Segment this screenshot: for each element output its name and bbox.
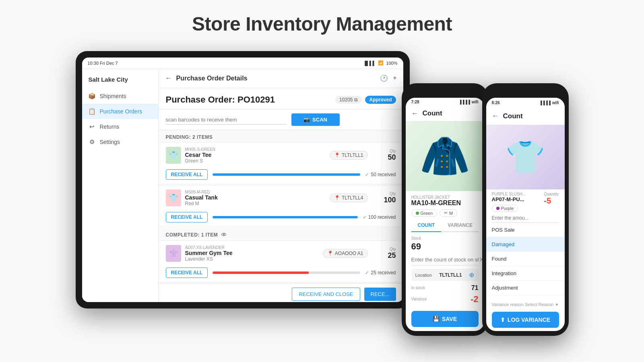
sidebar-label-settings: Settings — [100, 139, 120, 145]
item-card-casual-tank: 👕 MS09-M-RED Casual Tank Red M 📍 TLTLTLL… — [159, 185, 403, 227]
phone-left-status-icons: ▐▐▐▐ wifi — [458, 100, 478, 104]
count-in-stock-row: In stock 71 — [411, 284, 479, 292]
sidebar-item-shipments[interactable]: 📦 Shipments — [82, 88, 158, 104]
tablet-screen: 10:30 Fri Dec 7 ▐▌▌▌ 📶 100% Salt Lake Ci… — [82, 58, 403, 302]
phone-right-wifi: wifi — [552, 101, 559, 105]
save-button[interactable]: 💾 SAVE — [411, 311, 479, 327]
cesar-tee-sku: MH05-S-GREEN — [185, 147, 322, 152]
sidebar-label-shipments: Shipments — [100, 93, 126, 99]
copy-icon[interactable]: ⧉ — [354, 97, 358, 103]
summer-gym-tee-actions: RECEIVE ALL ✓ 25 received — [159, 266, 403, 282]
phone-right-product-tags: Purple — [492, 205, 526, 212]
variance-label: Variance — [411, 297, 427, 301]
devices-container: 10:30 Fri Dec 7 ▐▌▌▌ 📶 100% Salt Lake Ci… — [0, 51, 644, 336]
variance-reason-label: Variance reason — [492, 302, 524, 307]
phone-right-product-row: PURPLE SLUSH... AP07-M-PU... Purple Quan… — [486, 189, 565, 212]
scissors-icon: ✂ — [444, 210, 448, 216]
count-input-field[interactable] — [411, 257, 479, 263]
phone-right-qty-block: Quantity -5 — [544, 192, 559, 206]
phone-right-product-name: AP07-M-PU... — [492, 196, 526, 202]
casual-tank-variant: Red M — [185, 201, 322, 206]
back-button[interactable]: ← — [165, 74, 172, 82]
reason-pos-sale[interactable]: POS Sale — [486, 223, 565, 237]
sidebar-item-purchase-orders[interactable]: 📋 Purchase Orders — [82, 104, 158, 119]
check-icon-2: ✓ — [363, 214, 367, 220]
cesar-tee-actions: RECEIVE ALL ✓ 50 received — [159, 168, 403, 184]
po-badges: 10205 ⧉ Approved — [335, 96, 396, 104]
purchase-orders-icon: 📋 — [89, 108, 96, 115]
phone-left-count-fields: Stock 69 ✕ Location TLTLTLL1 ⊕ In stock … — [406, 232, 484, 309]
count-location-row: Location TLTLTLL1 ⊕ — [411, 269, 479, 281]
phone-left-product-tags: Green ✂ M — [411, 209, 479, 217]
variance-amount-input[interactable] — [492, 214, 559, 223]
scan-button[interactable]: 📷 SCAN — [291, 113, 340, 126]
phone-right-status-icons: ▐▐▐▐ wifi — [539, 101, 559, 105]
reason-integration[interactable]: Integration — [486, 266, 565, 281]
eye-icon[interactable]: 👁 — [221, 232, 227, 238]
scan-btn-icon: 📷 — [303, 117, 310, 123]
reason-variance-manual[interactable]: Variance recorded manually — [486, 295, 565, 299]
upload-icon: ⬆ — [500, 317, 505, 323]
phone-left-back-btn[interactable]: ← — [411, 109, 419, 118]
sidebar-item-settings[interactable]: ⚙ Settings — [82, 134, 158, 150]
phone-right-notch — [513, 88, 537, 96]
phone-right: 8:26 ▐▐▐▐ wifi ← Count 👕 PURPLE SLUSH...… — [482, 83, 569, 336]
item-card-summer-gym-tee: 👚 AD07-XS-LAVENDER Summer Gym Tee Lavend… — [159, 241, 403, 282]
casual-tank-location: 📍 TLTLTLL4 — [330, 193, 368, 202]
receive-all-cesar-tee-btn[interactable]: RECEIVE ALL — [166, 169, 208, 180]
phone-left-tabs: COUNT VARIANCE — [411, 219, 479, 232]
phone-left-product-name: MA10-M-GREEN — [411, 200, 479, 207]
phone-left: 7:28 ▐▐▐▐ wifi ← Count 🧥 HOLLISTER JACKE… — [402, 83, 488, 336]
phone-right-tag-purple: Purple — [492, 205, 518, 212]
phone-right-product-img: 👕 — [486, 125, 565, 189]
tab-variance[interactable]: VARIANCE — [441, 219, 479, 232]
receive-btn[interactable]: RECE... — [364, 288, 396, 301]
summer-gym-tee-progress-bar — [213, 272, 309, 274]
receive-all-casual-tank-btn[interactable]: RECEIVE ALL — [166, 212, 208, 222]
scan-input[interactable] — [166, 115, 287, 125]
reason-damaged[interactable]: Damaged — [486, 237, 565, 252]
log-variance-button[interactable]: ⬆ LOG VARIANCE — [492, 312, 559, 328]
phone-left-category: HOLLISTER JACKET — [411, 195, 479, 200]
location-pin-icon-2: 📍 — [334, 195, 340, 201]
tablet-status-right: ▐▌▌▌ 📶 100% — [363, 60, 397, 66]
phone-left-notch — [433, 88, 457, 96]
tablet-sidebar: Salt Lake City 📦 Shipments 📋 Purchase Or… — [82, 69, 159, 302]
phone-right-back-btn[interactable]: ← — [492, 112, 499, 120]
reason-adjustment[interactable]: Adjustment — [486, 281, 565, 295]
count-location-value: TLTLTLL1 — [439, 272, 462, 278]
tab-count[interactable]: COUNT — [411, 219, 442, 232]
reason-found[interactable]: Found — [486, 252, 565, 266]
cesar-tee-name: Cesar Tee — [185, 152, 322, 158]
history-icon[interactable]: 🕐 — [380, 74, 388, 82]
casual-tank-progress-container — [213, 216, 357, 218]
wifi-icon: 📶 — [378, 60, 384, 66]
tablet-body: Salt Lake City 📦 Shipments 📋 Purchase Or… — [82, 69, 403, 302]
summer-gym-tee-sku: AD07-XS-LAVENDER — [185, 245, 315, 250]
phone-left-tag-green: Green — [411, 209, 438, 217]
signal-icon: ▐▌▌▌ — [363, 61, 376, 66]
bottom-actions: RECEIVE AND CLOSE RECE... — [159, 283, 403, 302]
receive-all-summer-gym-tee-btn[interactable]: RECEIVE ALL — [166, 267, 208, 278]
summer-gym-tee-img: 👚 — [166, 245, 181, 262]
scan-bar: 📷 SCAN — [159, 109, 403, 130]
returns-icon: ↩ — [89, 123, 96, 130]
summer-gym-tee-name: Summer Gym Tee — [185, 250, 315, 256]
sidebar-item-returns[interactable]: ↩ Returns — [82, 119, 158, 134]
location-target-icon: ⊕ — [469, 271, 474, 279]
cesar-tee-received-label: ✓ 50 received — [365, 172, 396, 177]
cesar-tee-qty: Qty 50 — [376, 149, 396, 162]
summer-gym-tee-location: 📍 AOAOOO A1 — [323, 249, 368, 258]
count-variance-row: Variance -2 — [411, 294, 479, 304]
count-input-row: ✕ — [411, 256, 479, 265]
cesar-tee-progress-container — [213, 173, 360, 176]
shirt-figure: 👕 — [505, 138, 545, 176]
tablet: 10:30 Fri Dec 7 ▐▌▌▌ 📶 100% Salt Lake Ci… — [76, 51, 410, 309]
variance-reason-select[interactable]: Select Reason — [525, 302, 554, 307]
add-icon[interactable]: + — [393, 74, 396, 82]
summer-gym-tee-received-label: ✓ 25 received — [365, 270, 396, 276]
tablet-status-bar: 10:30 Fri Dec 7 ▐▌▌▌ 📶 100% — [82, 58, 403, 69]
receive-and-close-btn[interactable]: RECEIVE AND CLOSE — [292, 288, 360, 301]
location-pin-icon: 📍 — [334, 152, 340, 158]
casual-tank-progress-bar — [213, 216, 357, 218]
